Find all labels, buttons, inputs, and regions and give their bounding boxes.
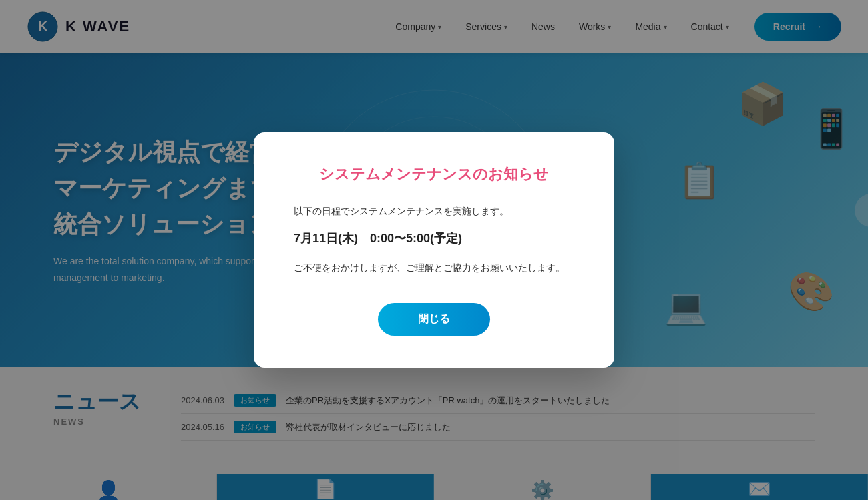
modal-body: 以下の日程でシステムメンテナンスを実施します。 [294, 203, 574, 220]
modal-title: システムメンテナンスのお知らせ [294, 164, 574, 184]
modal-note: ご不便をおかけしますが、ご理解とご協力をお願いいたします。 [294, 260, 574, 276]
modal-close-button[interactable]: 閉じる [378, 303, 490, 336]
modal-date: 7月11日(木) 0:00〜5:00(予定) [294, 230, 574, 246]
modal-overlay[interactable]: システムメンテナンスのお知らせ 以下の日程でシステムメンテナンスを実施します。 … [0, 0, 868, 500]
modal-dialog: システムメンテナンスのお知らせ 以下の日程でシステムメンテナンスを実施します。 … [254, 132, 614, 368]
